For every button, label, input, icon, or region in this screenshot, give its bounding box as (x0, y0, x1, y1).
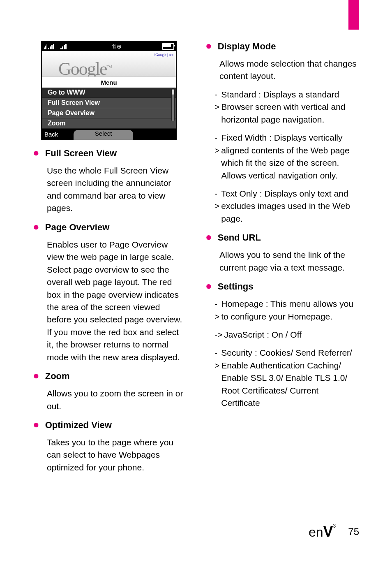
softkey-select: Select (74, 130, 133, 140)
section-body: Allows you to zoom the screen in or out. (47, 387, 185, 412)
section-body: Allows you to send the link of the curre… (219, 249, 357, 274)
phone-browser-area: iGoogle | \ex GoogleTM (42, 51, 176, 76)
phone-menu-title: Menu (42, 76, 176, 88)
page-number: 75 (348, 526, 359, 537)
battery-icon (162, 43, 174, 50)
phone-menu-item: Full Screen View (42, 98, 176, 108)
browser-link-text: iGoogle | \ex (154, 53, 173, 57)
phone-status-bar: ⇅⊕ (41, 41, 177, 51)
phone-screenshot: ⇅⊕ iGoogle | \ex GoogleTM Menu Go to WWW… (41, 41, 177, 140)
page-accent-tab (348, 0, 359, 30)
sub-item: Security : Cookies/ Send Referrer/ Enabl… (221, 347, 357, 409)
section-body: Allows mode selection that changes conte… (219, 58, 357, 83)
phone-menu-list: Go to WWW Full Screen View Page Overview… (42, 88, 176, 129)
arrow-icon: -> (214, 132, 219, 182)
sync-icon: ⇅⊕ (112, 43, 122, 50)
google-logo: GoogleTM (58, 58, 111, 76)
section-title-send-url: Send URL (218, 232, 261, 243)
arrow-icon: -> (214, 347, 219, 409)
phone-menu-item: Zoom (42, 118, 176, 129)
bullet-icon: ● (205, 232, 212, 241)
section-title-page-overview: Page Overview (45, 222, 110, 233)
bullet-icon: ● (205, 281, 212, 290)
arrow-icon: -> (214, 188, 219, 225)
antenna-icon (44, 44, 46, 49)
phone-command-bar: Back Select (41, 130, 177, 140)
arrow-icon: -> (214, 298, 219, 323)
phone-menu-item: Go to WWW (42, 88, 176, 98)
section-title-optimized-view: Optimized View (45, 420, 112, 431)
bullet-icon: ● (205, 41, 212, 50)
sub-item: Fixed Width : Displays vertically aligne… (221, 132, 357, 182)
sub-item: Standard : Displays a standard Browser s… (221, 88, 357, 126)
section-title-zoom: Zoom (45, 371, 70, 382)
section-title-display-mode: Display Mode (218, 41, 276, 52)
bullet-icon: ● (33, 222, 39, 231)
signal-icon-2 (60, 44, 71, 49)
phone-menu-item: Page Overview (42, 108, 176, 118)
bullet-icon: ● (33, 371, 39, 380)
section-title-full-screen-view: Full Screen View (45, 148, 117, 159)
phone-scrollbar (171, 88, 175, 129)
sub-item: JavaScript : On / Off (224, 329, 302, 341)
brand-logo: enV3 (309, 523, 336, 540)
softkey-back: Back (41, 130, 61, 140)
sub-item: Text Only : Displays only text and exclu… (221, 188, 357, 225)
bullet-icon: ● (33, 420, 39, 429)
bullet-icon: ● (33, 148, 39, 157)
arrow-icon: -> (214, 329, 222, 341)
section-body: Use the whole Full Screen View screen in… (47, 164, 185, 215)
section-body: Enables user to Page Overview view the w… (47, 239, 185, 364)
section-title-settings: Settings (218, 281, 254, 292)
sub-item: Homepage : This menu allows you to confi… (221, 298, 357, 323)
page-footer: enV3 75 (309, 523, 359, 540)
signal-icon (48, 44, 59, 49)
arrow-icon: -> (214, 88, 219, 126)
section-body: Takes you to the page where you can sele… (47, 436, 185, 474)
